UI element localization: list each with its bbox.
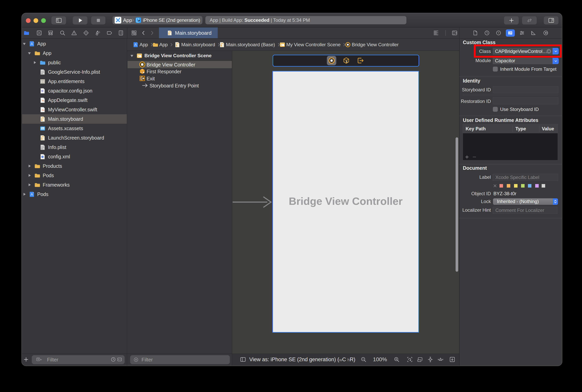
svg-text:B: B	[42, 90, 43, 92]
svg-text:?: ?	[498, 32, 499, 34]
svg-text:1: 1	[346, 60, 347, 63]
svg-text:1: 1	[143, 72, 144, 73]
